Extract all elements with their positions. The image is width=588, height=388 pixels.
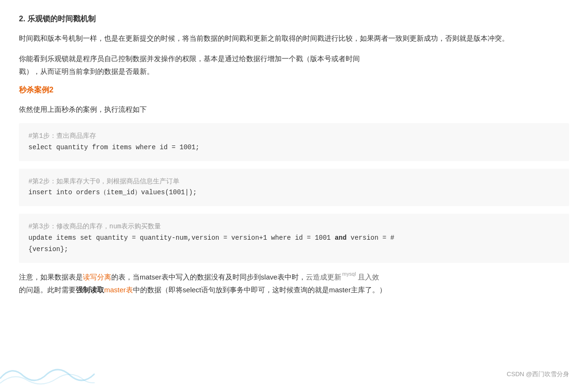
intro-text-content: 依然使用上面秒杀的案例，执行流程如下 [19, 105, 147, 113]
code-line-3b: {version}; [28, 244, 560, 255]
wave-decoration [0, 360, 95, 388]
notice-strong: 强制读取 [76, 286, 104, 294]
paragraph-2-line2: 戳），从而证明当前拿到的数据是否最新。 [19, 67, 154, 75]
notice-end: 云造成更新mysql 且入效 [306, 273, 379, 281]
intro-text: 依然使用上面秒杀的案例，执行流程如下 [19, 103, 569, 116]
footer: CSDN @西门吹雪分身 [507, 370, 569, 379]
notice-line2-prefix: 的问题。此时需要 [19, 286, 76, 294]
subsection-title-text: 秒杀案例2 [19, 86, 53, 94]
paragraph-2: 你能看到乐观锁就是程序员自己控制数据并发操作的权限，基本是通过给数据行增加一个戳… [19, 52, 569, 78]
notice-prefix: 注意，如果数据表是 [19, 273, 83, 281]
notice-highlight: 读写分离 [83, 273, 111, 281]
notice-master: master表 [104, 286, 133, 294]
code-line-2: insert into orders（item_id）values(1001|)… [28, 187, 560, 199]
code-comment-1: #第1步：查出商品库存 [28, 131, 560, 142]
code-block-2: #第2步：如果库存大于0，则根据商品信息生产订单 insert into ord… [19, 169, 569, 207]
code-block-1: #第1步：查出商品库存 select quantity from items w… [19, 123, 569, 161]
paragraph-1-text: 时间戳和版本号机制一样，也是在更新提交的时候，将当前数据的时间戳和更新之前取得的… [19, 34, 509, 42]
code-comment-3: #第3步：修改商品的库存，num表示购买数量 [28, 221, 560, 233]
footer-text: CSDN @西门吹雪分身 [507, 370, 569, 378]
paragraph-1: 时间戳和版本号机制一样，也是在更新提交的时候，将当前数据的时间戳和更新之前取得的… [19, 32, 569, 45]
notice-suffix: 的表，当matser表中写入的数据没有及时同步到slave表中时， [111, 273, 306, 281]
page-container: 2. 乐观锁的时间戳机制 时间戳和版本号机制一样，也是在更新提交的时候，将当前数… [0, 0, 588, 388]
section-title-text: 乐观锁的时间戳机制 [27, 15, 96, 23]
code-block-3: #第3步：修改商品的库存，num表示购买数量 update items set … [19, 214, 569, 262]
code-comment-2: #第2步：如果库存大于0，则根据商品信息生产订单 [28, 176, 560, 188]
notice-line2-suffix: 中的数据（即将select语句放到事务中即可，这时候查询的就是master主库了… [133, 286, 386, 294]
subsection-title: 秒杀案例2 [19, 85, 569, 95]
notice-paragraph: 注意，如果数据表是读写分离的表，当matser表中写入的数据没有及时同步到sla… [19, 271, 569, 296]
code-line-3a: update items set quantity = quantity-num… [28, 233, 560, 244]
section-title: 2. 乐观锁的时间戳机制 [19, 14, 569, 24]
paragraph-2-line1: 你能看到乐观锁就是程序员自己控制数据并发操作的权限，基本是通过给数据行增加一个戳… [19, 54, 360, 63]
section-number: 2. [19, 15, 25, 23]
code-line-1: select quantity from items where id = 10… [28, 142, 560, 153]
